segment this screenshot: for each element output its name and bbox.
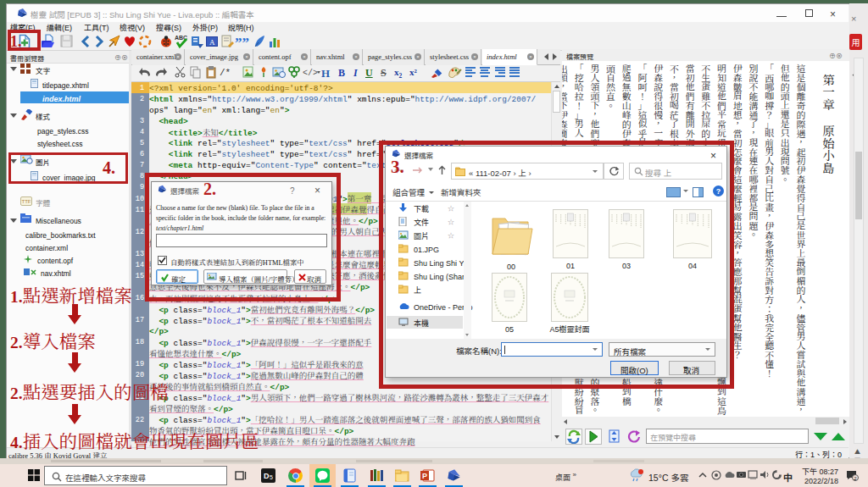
svg-text:/*: /*	[220, 68, 231, 78]
svg-text:””: ””	[235, 35, 249, 49]
svg-text:D: D	[264, 470, 270, 481]
svg-text:P: P	[422, 470, 427, 481]
svg-text:</>: </>	[303, 69, 318, 78]
svg-text:5: 5	[270, 473, 273, 481]
svg-text:A: A	[209, 38, 215, 47]
